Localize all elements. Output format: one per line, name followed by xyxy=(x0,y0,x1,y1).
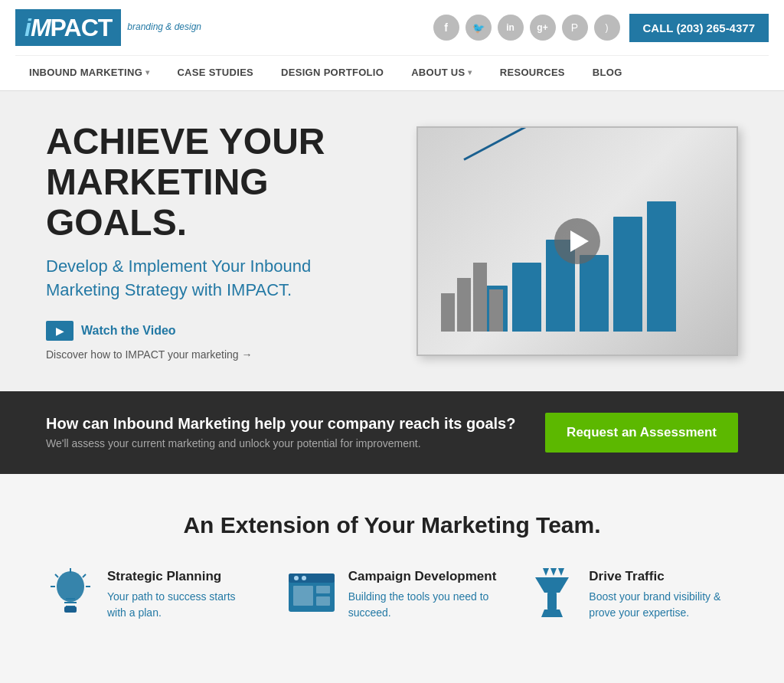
building-block-2 xyxy=(457,278,471,332)
svg-rect-21 xyxy=(547,593,557,609)
svg-point-12 xyxy=(294,576,299,580)
main-nav: INBOUND MARKETING ▾ CASE STUDIES DESIGN … xyxy=(15,55,769,90)
linkedin-icon[interactable]: in xyxy=(498,15,524,41)
strategic-planning-icon xyxy=(46,569,95,618)
call-button[interactable]: CALL (203) 265-4377 xyxy=(629,14,769,42)
svg-point-0 xyxy=(57,571,84,602)
hero-section: ACHIEVE YOUR MARKETING GOALS. Develop & … xyxy=(0,91,784,391)
svg-rect-4 xyxy=(64,606,77,613)
strategic-planning-text: Strategic Planning Your path to success … xyxy=(107,569,256,621)
rss-icon[interactable]: ) xyxy=(594,15,620,41)
hero-discover-link[interactable]: Discover how to IMPACT your marketing → xyxy=(46,348,383,361)
hero-video-graphic[interactable] xyxy=(416,126,738,356)
feature-drive-traffic: Drive Traffic Boost your brand visibilit… xyxy=(528,569,738,621)
header-top: iMPACT branding & design f 🐦 in g+ P ) C… xyxy=(15,0,769,55)
campaign-development-heading: Campaign Development xyxy=(348,569,498,584)
social-icons: f 🐦 in g+ P ) xyxy=(433,15,620,41)
svg-marker-22 xyxy=(541,609,563,617)
play-icon: ▶ xyxy=(46,321,74,341)
building-block-3 xyxy=(473,263,487,332)
building-illustration xyxy=(441,263,503,332)
pinterest-icon[interactable]: P xyxy=(562,15,588,41)
nav-item-inbound-marketing[interactable]: INBOUND MARKETING ▾ xyxy=(15,56,163,90)
svg-rect-14 xyxy=(293,586,313,606)
facebook-icon[interactable]: f xyxy=(433,15,459,41)
svg-marker-20 xyxy=(535,577,569,593)
campaign-development-text: Campaign Development Building the tools … xyxy=(348,569,498,621)
feature-strategic-planning: Strategic Planning Your path to success … xyxy=(46,569,256,621)
cta-subtext: We'll assess your current marketing and … xyxy=(46,437,515,449)
chart-bar-6 xyxy=(647,201,676,332)
extension-title: An Extension of Your Marketing Team. xyxy=(46,512,738,538)
watch-video-button[interactable]: ▶ Watch the Video xyxy=(46,321,383,341)
cta-heading: How can Inbound Marketing help your comp… xyxy=(46,415,515,433)
hero-title: ACHIEVE YOUR MARKETING GOALS. xyxy=(46,122,383,243)
logo-tagline: branding & design xyxy=(127,21,201,34)
header-right: f 🐦 in g+ P ) CALL (203) 265-4377 xyxy=(433,14,769,42)
svg-rect-15 xyxy=(316,586,330,593)
svg-rect-16 xyxy=(316,596,330,606)
chevron-down-icon: ▾ xyxy=(145,68,149,77)
cta-text: How can Inbound Marketing help your comp… xyxy=(46,415,515,449)
drive-traffic-heading: Drive Traffic xyxy=(589,569,738,584)
cta-bar: How can Inbound Marketing help your comp… xyxy=(0,391,784,474)
feature-campaign-development: Campaign Development Building the tools … xyxy=(287,569,498,621)
logo[interactable]: iMPACT branding & design xyxy=(15,9,201,46)
campaign-development-icon xyxy=(287,569,336,618)
drive-traffic-description: Boost your brand visibility & prove your… xyxy=(589,589,738,621)
site-header: iMPACT branding & design f 🐦 in g+ P ) C… xyxy=(0,0,784,91)
google-plus-icon[interactable]: g+ xyxy=(530,15,556,41)
svg-marker-19 xyxy=(558,568,564,576)
nav-item-case-studies[interactable]: CASE STUDIES xyxy=(163,56,267,90)
chart-bar-4 xyxy=(580,255,609,332)
hero-subtitle: Develop & Implement Your Inbound Marketi… xyxy=(46,255,383,302)
svg-line-6 xyxy=(55,574,58,577)
svg-marker-17 xyxy=(543,568,549,576)
nav-item-design-portfolio[interactable]: DESIGN PORTFOLIO xyxy=(267,56,397,90)
svg-point-13 xyxy=(302,576,306,580)
request-assessment-button[interactable]: Request an Assessment xyxy=(545,413,738,453)
nav-item-blog[interactable]: BLOG xyxy=(579,56,636,90)
play-triangle-icon xyxy=(570,230,589,252)
chevron-down-icon-2: ▾ xyxy=(468,68,472,77)
watch-video-label: Watch the Video xyxy=(81,324,176,338)
building-block-1 xyxy=(441,293,455,332)
strategic-planning-heading: Strategic Planning xyxy=(107,569,256,584)
extension-section: An Extension of Your Marketing Team. xyxy=(0,474,784,652)
strategic-planning-description: Your path to success starts with a plan. xyxy=(107,589,256,621)
drive-traffic-text: Drive Traffic Boost your brand visibilit… xyxy=(589,569,738,621)
chart-bar-2 xyxy=(512,263,541,332)
campaign-development-description: Building the tools you need to succeed. xyxy=(348,589,498,621)
drive-traffic-icon xyxy=(528,569,577,618)
hero-text: ACHIEVE YOUR MARKETING GOALS. Develop & … xyxy=(46,122,383,361)
video-play-button[interactable] xyxy=(554,218,600,264)
chart-bar-5 xyxy=(613,217,642,332)
building-block-4 xyxy=(489,289,503,332)
svg-marker-18 xyxy=(550,568,557,576)
features-row: Strategic Planning Your path to success … xyxy=(46,569,738,621)
svg-line-7 xyxy=(83,574,86,577)
nav-item-about-us[interactable]: ABOUT US ▾ xyxy=(397,56,486,90)
logo-box: iMPACT xyxy=(15,9,121,46)
twitter-icon[interactable]: 🐦 xyxy=(466,15,492,41)
nav-item-resources[interactable]: RESOURCES xyxy=(486,56,579,90)
